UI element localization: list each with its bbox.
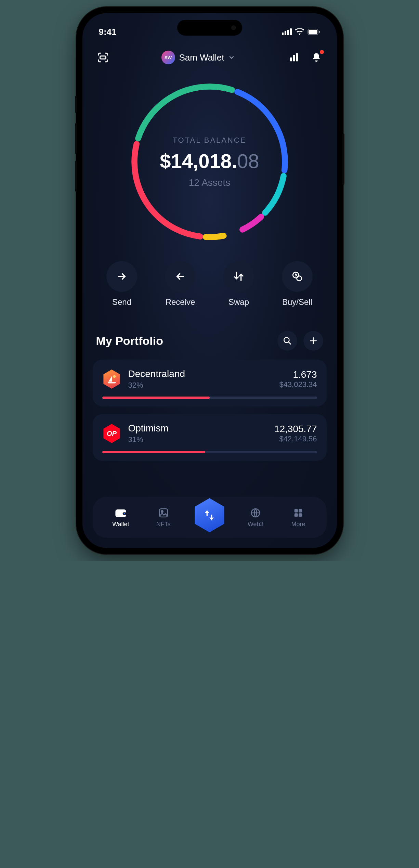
search-button[interactable] xyxy=(277,331,297,351)
screen: 9:41 SW Sam Wallet xyxy=(82,13,337,548)
asset-list: Decentraland32%1.673$43,023.34OPOptimism… xyxy=(82,360,337,461)
portfolio-header: My Portfolio xyxy=(82,314,337,360)
notification-icon[interactable] xyxy=(310,51,323,64)
swap-button[interactable]: Swap xyxy=(223,261,254,307)
phone-frame: 9:41 SW Sam Wallet xyxy=(76,7,343,554)
asset-progress xyxy=(102,397,317,399)
send-button[interactable]: Send xyxy=(106,261,137,307)
asset-icon xyxy=(102,370,121,389)
svg-point-21 xyxy=(161,510,163,512)
wallet-icon xyxy=(115,508,127,518)
asset-amount: 1.673 xyxy=(279,369,317,380)
svg-rect-23 xyxy=(294,509,298,512)
chevron-down-icon xyxy=(228,54,235,61)
nav-nfts[interactable]: NFTs xyxy=(150,507,177,528)
status-time: 9:41 xyxy=(99,27,117,37)
asset-usd: $43,023.34 xyxy=(279,380,317,389)
dynamic-island xyxy=(177,20,242,36)
asset-card[interactable]: OPOptimism31%12,305.77$42,149.56 xyxy=(93,414,327,461)
svg-rect-4 xyxy=(290,57,292,61)
svg-rect-5 xyxy=(293,55,295,62)
swap-center-icon xyxy=(202,508,216,522)
image-icon xyxy=(158,507,169,518)
buy-sell-button[interactable]: Buy/Sell xyxy=(282,261,313,307)
app-header: SW Sam Wallet xyxy=(82,40,337,68)
svg-rect-3 xyxy=(100,56,106,59)
arrow-right-icon xyxy=(116,271,127,282)
svg-point-14 xyxy=(297,276,302,281)
svg-rect-20 xyxy=(159,509,168,517)
svg-rect-2 xyxy=(319,31,320,33)
svg-rect-6 xyxy=(296,53,298,62)
search-icon xyxy=(283,336,292,345)
svg-rect-25 xyxy=(294,513,298,517)
grid-icon xyxy=(293,508,303,518)
wallet-selector[interactable]: SW Sam Wallet xyxy=(161,51,235,64)
svg-point-16 xyxy=(113,375,116,378)
scan-icon[interactable] xyxy=(96,51,110,64)
battery-icon xyxy=(307,29,320,35)
arrow-left-icon xyxy=(175,271,186,282)
action-row: Send Receive Swap Buy/Sell xyxy=(82,247,337,314)
svg-rect-24 xyxy=(299,509,302,512)
svg-rect-26 xyxy=(299,513,302,517)
nav-wallet[interactable]: Wallet xyxy=(107,507,134,528)
add-button[interactable] xyxy=(303,331,323,351)
receive-button[interactable]: Receive xyxy=(165,261,196,307)
bottom-nav: Wallet NFTs Web3 More xyxy=(93,497,327,538)
balance-assets-count: 12 Assets xyxy=(189,177,230,188)
asset-name: Decentraland xyxy=(128,368,273,379)
balance-amount: $14,018.08 xyxy=(160,150,259,172)
signal-icon xyxy=(282,28,292,35)
balance-label: TOTAL BALANCE xyxy=(173,136,247,145)
asset-name: Optimism xyxy=(128,423,267,434)
svg-rect-1 xyxy=(309,30,317,34)
nav-center-swap[interactable] xyxy=(192,498,226,532)
asset-icon: OP xyxy=(102,424,121,443)
wallet-avatar: SW xyxy=(161,51,175,64)
plus-icon xyxy=(309,336,318,345)
wallet-name: Sam Wallet xyxy=(179,52,224,63)
globe-icon xyxy=(250,507,261,518)
asset-usd: $42,149.56 xyxy=(274,435,317,443)
wifi-icon xyxy=(295,28,304,35)
nav-more[interactable]: More xyxy=(285,507,312,528)
asset-percent: 32% xyxy=(128,381,273,390)
balance-donut: TOTAL BALANCE $14,018.08 12 Assets xyxy=(82,76,337,247)
asset-card[interactable]: Decentraland32%1.673$43,023.34 xyxy=(93,360,327,406)
portfolio-title: My Portfolio xyxy=(96,334,163,348)
asset-amount: 12,305.77 xyxy=(274,424,317,435)
asset-progress xyxy=(102,451,317,453)
svg-point-19 xyxy=(124,513,125,514)
swap-icon xyxy=(233,271,244,282)
nav-web3[interactable]: Web3 xyxy=(242,507,269,528)
coins-icon xyxy=(291,271,303,282)
stats-icon[interactable] xyxy=(287,51,301,64)
asset-percent: 31% xyxy=(128,435,267,444)
